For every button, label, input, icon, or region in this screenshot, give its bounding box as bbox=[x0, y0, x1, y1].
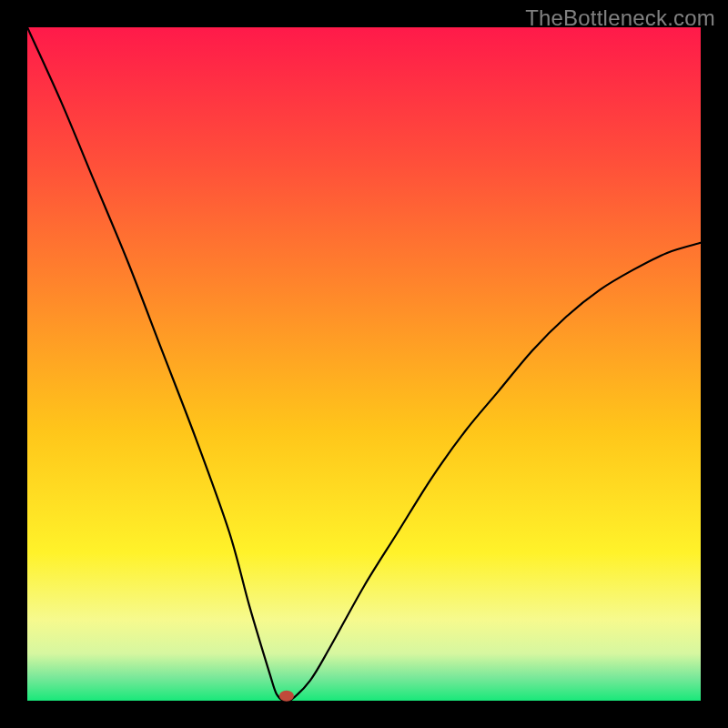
plot-background bbox=[27, 27, 701, 701]
bottleneck-chart bbox=[0, 0, 728, 728]
chart-container: TheBottleneck.com bbox=[0, 0, 728, 728]
optimum-marker bbox=[279, 691, 294, 702]
watermark-text: TheBottleneck.com bbox=[525, 5, 715, 31]
